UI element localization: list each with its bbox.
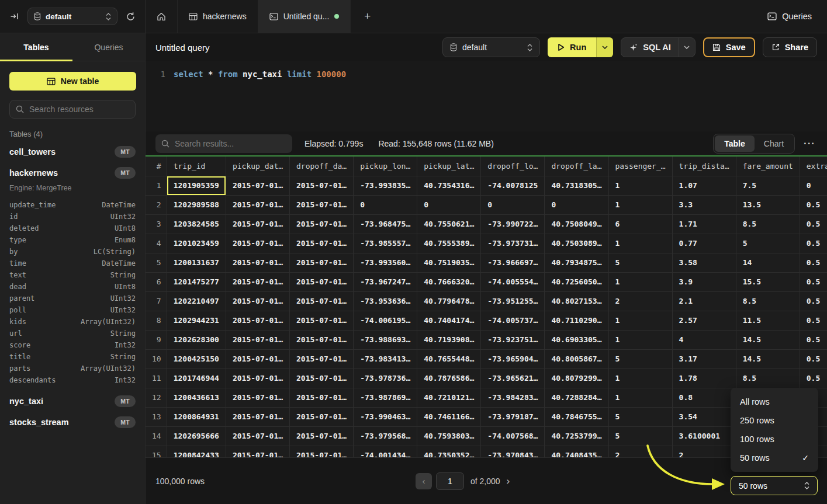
data-cell[interactable]: 1 (608, 330, 672, 349)
data-cell[interactable]: 1201475277 (167, 272, 226, 291)
previous-page-button[interactable]: ‹ (416, 473, 432, 489)
data-cell[interactable]: 2 (608, 291, 672, 311)
data-cell[interactable]: 1202628300 (167, 330, 226, 349)
share-button[interactable]: Share (763, 37, 817, 57)
data-cell[interactable]: 0.77 (672, 234, 736, 253)
data-cell[interactable]: 2015-07-01… (226, 234, 289, 253)
data-cell[interactable]: 40.7110290… (545, 311, 608, 330)
data-cell[interactable]: -73.979187… (481, 407, 545, 426)
data-cell[interactable]: -74.006195… (354, 311, 417, 330)
tab-untitled-query[interactable]: Untitled qu... (258, 0, 351, 33)
sidebar-tab-tables[interactable]: Tables (0, 33, 72, 61)
data-cell[interactable]: 1200864931 (167, 407, 226, 426)
data-cell[interactable]: 2015-07-01… (290, 253, 354, 272)
data-cell[interactable]: 1202989588 (167, 195, 226, 214)
data-cell[interactable]: 0.5 (800, 234, 827, 253)
data-cell[interactable]: 40.7934875… (545, 253, 608, 272)
data-cell[interactable]: 2015-07-01… (226, 407, 289, 426)
data-cell[interactable]: 5 (608, 349, 672, 369)
data-cell[interactable]: 40.7461166… (417, 407, 481, 426)
sidebar-item-stocks-stream[interactable]: stocks_stream MT (0, 412, 145, 433)
schema-column[interactable]: deletedUInt8 (9, 223, 136, 234)
data-cell[interactable]: -73.973731… (481, 234, 545, 253)
data-cell[interactable]: 1201023459 (167, 234, 226, 253)
data-cell[interactable]: -73.988693… (354, 330, 417, 349)
data-cell[interactable]: 2015-07-01… (226, 253, 289, 272)
data-cell[interactable]: 2015-07-01… (290, 176, 354, 195)
data-cell[interactable]: 40.7193908… (417, 330, 481, 349)
data-cell[interactable]: 2.57 (672, 311, 736, 330)
schema-column[interactable]: deadUInt8 (9, 281, 136, 293)
schema-column[interactable]: textString (9, 269, 136, 281)
data-cell[interactable]: 2015-07-01… (226, 311, 289, 330)
data-cell[interactable]: 2.1 (672, 291, 736, 311)
data-cell[interactable]: -73.983413… (354, 349, 417, 369)
data-cell[interactable]: -73.967247… (354, 272, 417, 291)
data-cell[interactable]: 3.6100001 (672, 426, 736, 446)
data-cell[interactable]: -73.953636… (354, 291, 417, 311)
query-database-selector[interactable]: default (442, 37, 540, 57)
data-cell[interactable]: 0 (800, 176, 827, 195)
schema-column[interactable]: idUInt32 (9, 211, 136, 223)
column-header[interactable]: trip_id (167, 157, 226, 176)
sidebar-tab-queries[interactable]: Queries (72, 33, 145, 61)
data-cell[interactable]: 3.3 (672, 195, 736, 214)
data-cell[interactable]: 0.5 (800, 330, 827, 349)
data-cell[interactable]: 8.5 (736, 291, 800, 311)
more-options-icon[interactable]: ··· (802, 138, 817, 150)
schema-column[interactable]: byLC(String) (9, 246, 136, 258)
schema-column[interactable]: typeEnum8 (9, 234, 136, 246)
data-cell[interactable]: 7.5 (736, 176, 800, 195)
schema-column[interactable]: descendantsInt32 (9, 374, 136, 386)
data-cell[interactable]: 1200425150 (167, 349, 226, 369)
data-cell[interactable]: 1202944231 (167, 311, 226, 330)
data-cell[interactable]: 40.7404174… (417, 311, 481, 330)
data-cell[interactable]: 2 (608, 446, 672, 457)
data-cell[interactable]: -73.993560… (354, 253, 417, 272)
data-cell[interactable]: 1.07 (672, 176, 736, 195)
data-cell[interactable]: 14 (736, 253, 800, 272)
schema-column[interactable]: partsArray(UInt32) (9, 363, 136, 374)
tab-hackernews[interactable]: hackernews (178, 0, 258, 33)
column-header[interactable]: pickup_dat… (226, 157, 289, 176)
data-cell[interactable]: -73.979568… (354, 426, 417, 446)
data-cell[interactable]: 40.7555389… (417, 234, 481, 253)
data-cell[interactable]: -73.970843… (481, 446, 545, 457)
data-cell[interactable]: 40.7253799… (545, 426, 608, 446)
schema-column[interactable]: timeDateTime (9, 258, 136, 269)
data-cell[interactable]: 0 (481, 195, 545, 214)
data-cell[interactable]: -73.987869… (354, 388, 417, 407)
sidebar-item-hackernews[interactable]: hackernews MT (0, 162, 145, 183)
view-tab-table[interactable]: Table (715, 135, 755, 152)
data-cell[interactable]: 0.5 (800, 272, 827, 291)
schema-column[interactable]: titleString (9, 351, 136, 363)
data-cell[interactable]: 2015-07-01… (290, 446, 354, 457)
column-header[interactable]: pickup_lat… (417, 157, 481, 176)
data-cell[interactable]: 2015-07-01… (290, 272, 354, 291)
data-cell[interactable]: 40.7503089… (545, 234, 608, 253)
data-cell[interactable]: 40.8005867… (545, 349, 608, 369)
data-cell[interactable]: 2015-07-01… (226, 272, 289, 291)
data-cell[interactable]: 40.7796478… (417, 291, 481, 311)
data-cell[interactable]: 2015-07-01… (290, 426, 354, 446)
data-cell[interactable]: 2015-07-01… (290, 407, 354, 426)
data-cell[interactable]: -74.005554… (481, 272, 545, 291)
column-header[interactable]: dropoff_la… (545, 157, 608, 176)
schema-column[interactable]: pollUInt32 (9, 304, 136, 316)
data-cell[interactable]: 40.8027153… (545, 291, 608, 311)
data-cell[interactable]: 40.8079299… (545, 369, 608, 388)
data-cell[interactable]: 0.5 (800, 214, 827, 234)
selected-cell[interactable]: 1201905359 (167, 176, 226, 195)
data-cell[interactable]: 11.5 (736, 311, 800, 330)
column-header[interactable]: dropoff_lo… (481, 157, 545, 176)
column-header[interactable]: fare_amount (736, 157, 800, 176)
data-cell[interactable]: 40.7408435… (545, 446, 608, 457)
data-cell[interactable]: -73.965904… (481, 349, 545, 369)
data-cell[interactable]: 1203824585 (167, 214, 226, 234)
data-cell[interactable]: 2015-07-01… (226, 214, 289, 234)
data-cell[interactable]: -74.005737… (481, 311, 545, 330)
data-cell[interactable]: 2015-07-01… (290, 234, 354, 253)
data-cell[interactable]: 1200436613 (167, 388, 226, 407)
data-cell[interactable]: 3.58 (672, 253, 736, 272)
data-cell[interactable]: -73.993835… (354, 176, 417, 195)
